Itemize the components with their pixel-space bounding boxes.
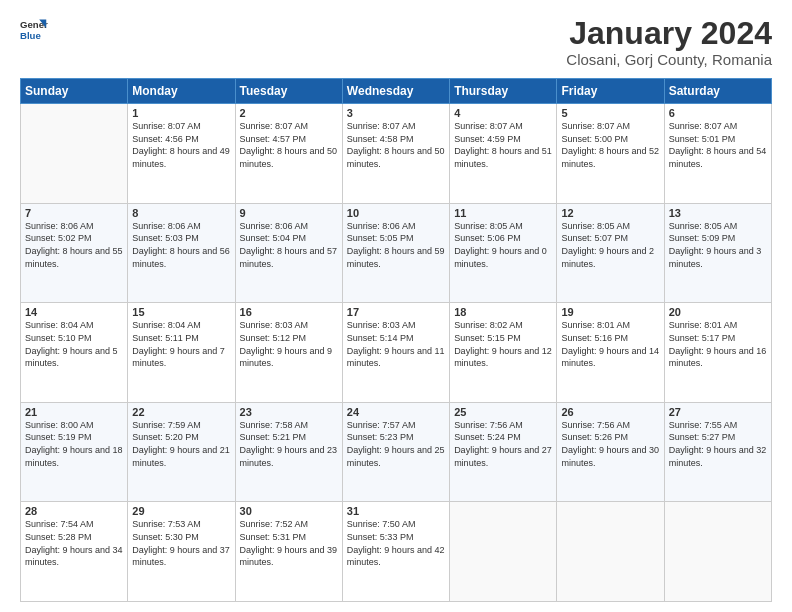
sunset: Sunset: 5:06 PM [454, 232, 552, 245]
day-info: Sunrise: 7:58 AM Sunset: 5:21 PM Dayligh… [240, 419, 338, 469]
sunrise: Sunrise: 8:05 AM [454, 220, 552, 233]
sunset: Sunset: 5:23 PM [347, 431, 445, 444]
sunset: Sunset: 5:10 PM [25, 332, 123, 345]
table-row: 20 Sunrise: 8:01 AM Sunset: 5:17 PM Dayl… [664, 303, 771, 403]
table-row [557, 502, 664, 602]
calendar-table: Sunday Monday Tuesday Wednesday Thursday… [20, 78, 772, 602]
day-number: 27 [669, 406, 767, 418]
sunset: Sunset: 5:30 PM [132, 531, 230, 544]
daylight: Daylight: 9 hours and 14 minutes. [561, 345, 659, 370]
day-info: Sunrise: 7:55 AM Sunset: 5:27 PM Dayligh… [669, 419, 767, 469]
week-row-4: 28 Sunrise: 7:54 AM Sunset: 5:28 PM Dayl… [21, 502, 772, 602]
table-row: 1 Sunrise: 8:07 AM Sunset: 4:56 PM Dayli… [128, 104, 235, 204]
sunrise: Sunrise: 7:53 AM [132, 518, 230, 531]
sunrise: Sunrise: 7:59 AM [132, 419, 230, 432]
sunrise: Sunrise: 8:07 AM [561, 120, 659, 133]
table-row: 4 Sunrise: 8:07 AM Sunset: 4:59 PM Dayli… [450, 104, 557, 204]
daylight: Daylight: 9 hours and 9 minutes. [240, 345, 338, 370]
th-friday: Friday [557, 79, 664, 104]
table-row: 31 Sunrise: 7:50 AM Sunset: 5:33 PM Dayl… [342, 502, 449, 602]
svg-text:Blue: Blue [20, 30, 41, 41]
table-row: 15 Sunrise: 8:04 AM Sunset: 5:11 PM Dayl… [128, 303, 235, 403]
day-number: 17 [347, 306, 445, 318]
day-info: Sunrise: 8:07 AM Sunset: 5:01 PM Dayligh… [669, 120, 767, 170]
day-number: 4 [454, 107, 552, 119]
day-info: Sunrise: 8:07 AM Sunset: 4:59 PM Dayligh… [454, 120, 552, 170]
daylight: Daylight: 9 hours and 12 minutes. [454, 345, 552, 370]
week-row-1: 7 Sunrise: 8:06 AM Sunset: 5:02 PM Dayli… [21, 203, 772, 303]
day-info: Sunrise: 7:50 AM Sunset: 5:33 PM Dayligh… [347, 518, 445, 568]
table-row: 21 Sunrise: 8:00 AM Sunset: 5:19 PM Dayl… [21, 402, 128, 502]
th-monday: Monday [128, 79, 235, 104]
th-sunday: Sunday [21, 79, 128, 104]
daylight: Daylight: 9 hours and 21 minutes. [132, 444, 230, 469]
daylight: Daylight: 9 hours and 42 minutes. [347, 544, 445, 569]
sunset: Sunset: 5:33 PM [347, 531, 445, 544]
day-info: Sunrise: 8:01 AM Sunset: 5:17 PM Dayligh… [669, 319, 767, 369]
sunset: Sunset: 5:26 PM [561, 431, 659, 444]
day-number: 5 [561, 107, 659, 119]
daylight: Daylight: 9 hours and 39 minutes. [240, 544, 338, 569]
daylight: Daylight: 8 hours and 52 minutes. [561, 145, 659, 170]
daylight: Daylight: 9 hours and 11 minutes. [347, 345, 445, 370]
day-number: 8 [132, 207, 230, 219]
day-info: Sunrise: 8:07 AM Sunset: 4:58 PM Dayligh… [347, 120, 445, 170]
table-row [21, 104, 128, 204]
daylight: Daylight: 9 hours and 27 minutes. [454, 444, 552, 469]
day-info: Sunrise: 8:07 AM Sunset: 5:00 PM Dayligh… [561, 120, 659, 170]
day-info: Sunrise: 8:05 AM Sunset: 5:07 PM Dayligh… [561, 220, 659, 270]
day-info: Sunrise: 8:06 AM Sunset: 5:04 PM Dayligh… [240, 220, 338, 270]
day-number: 6 [669, 107, 767, 119]
daylight: Daylight: 9 hours and 30 minutes. [561, 444, 659, 469]
day-number: 21 [25, 406, 123, 418]
day-number: 22 [132, 406, 230, 418]
day-number: 13 [669, 207, 767, 219]
day-number: 3 [347, 107, 445, 119]
sunset: Sunset: 4:56 PM [132, 133, 230, 146]
day-info: Sunrise: 8:07 AM Sunset: 4:57 PM Dayligh… [240, 120, 338, 170]
day-number: 2 [240, 107, 338, 119]
table-row: 30 Sunrise: 7:52 AM Sunset: 5:31 PM Dayl… [235, 502, 342, 602]
day-number: 25 [454, 406, 552, 418]
table-row: 16 Sunrise: 8:03 AM Sunset: 5:12 PM Dayl… [235, 303, 342, 403]
table-row: 17 Sunrise: 8:03 AM Sunset: 5:14 PM Dayl… [342, 303, 449, 403]
sunrise: Sunrise: 8:03 AM [347, 319, 445, 332]
day-info: Sunrise: 8:04 AM Sunset: 5:11 PM Dayligh… [132, 319, 230, 369]
week-row-3: 21 Sunrise: 8:00 AM Sunset: 5:19 PM Dayl… [21, 402, 772, 502]
table-row: 7 Sunrise: 8:06 AM Sunset: 5:02 PM Dayli… [21, 203, 128, 303]
daylight: Daylight: 9 hours and 0 minutes. [454, 245, 552, 270]
sunrise: Sunrise: 8:07 AM [240, 120, 338, 133]
day-number: 23 [240, 406, 338, 418]
sunset: Sunset: 5:15 PM [454, 332, 552, 345]
day-number: 18 [454, 306, 552, 318]
sunrise: Sunrise: 8:05 AM [669, 220, 767, 233]
day-number: 24 [347, 406, 445, 418]
page: General Blue January 2024 Closani, Gorj … [0, 0, 792, 612]
day-number: 16 [240, 306, 338, 318]
day-info: Sunrise: 8:06 AM Sunset: 5:03 PM Dayligh… [132, 220, 230, 270]
sunrise: Sunrise: 7:52 AM [240, 518, 338, 531]
day-number: 30 [240, 505, 338, 517]
sunrise: Sunrise: 7:57 AM [347, 419, 445, 432]
sunset: Sunset: 5:31 PM [240, 531, 338, 544]
day-number: 28 [25, 505, 123, 517]
day-info: Sunrise: 7:56 AM Sunset: 5:24 PM Dayligh… [454, 419, 552, 469]
daylight: Daylight: 9 hours and 7 minutes. [132, 345, 230, 370]
day-info: Sunrise: 7:52 AM Sunset: 5:31 PM Dayligh… [240, 518, 338, 568]
daylight: Daylight: 9 hours and 5 minutes. [25, 345, 123, 370]
table-row: 22 Sunrise: 7:59 AM Sunset: 5:20 PM Dayl… [128, 402, 235, 502]
day-number: 11 [454, 207, 552, 219]
sunrise: Sunrise: 8:02 AM [454, 319, 552, 332]
daylight: Daylight: 9 hours and 16 minutes. [669, 345, 767, 370]
week-row-0: 1 Sunrise: 8:07 AM Sunset: 4:56 PM Dayli… [21, 104, 772, 204]
day-number: 29 [132, 505, 230, 517]
sunrise: Sunrise: 8:04 AM [25, 319, 123, 332]
sunset: Sunset: 5:11 PM [132, 332, 230, 345]
sunrise: Sunrise: 8:01 AM [561, 319, 659, 332]
day-info: Sunrise: 8:05 AM Sunset: 5:06 PM Dayligh… [454, 220, 552, 270]
table-row: 3 Sunrise: 8:07 AM Sunset: 4:58 PM Dayli… [342, 104, 449, 204]
sunset: Sunset: 5:21 PM [240, 431, 338, 444]
sunset: Sunset: 5:17 PM [669, 332, 767, 345]
sunrise: Sunrise: 8:05 AM [561, 220, 659, 233]
table-row: 12 Sunrise: 8:05 AM Sunset: 5:07 PM Dayl… [557, 203, 664, 303]
